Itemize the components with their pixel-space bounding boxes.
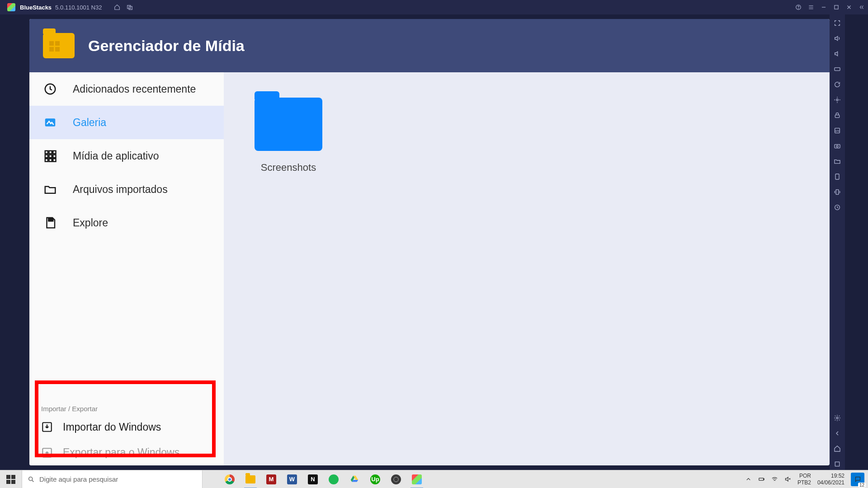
shake-button[interactable] (831, 186, 843, 198)
bluestacks-side-rail: APK (830, 14, 845, 470)
mendeley-icon: M (266, 474, 276, 484)
bluestacks-titlebar: BlueStacks 5.0.110.1001 N32 (0, 0, 868, 14)
sidebar-item-label: Galeria (73, 116, 106, 129)
install-apk-button[interactable]: APK (831, 125, 843, 136)
taskbar-app-drive[interactable] (345, 470, 363, 488)
svg-rect-8 (49, 151, 52, 154)
xbox-icon (391, 474, 401, 484)
taskbar-app-file-explorer[interactable] (241, 470, 259, 488)
action-center-button[interactable]: 12 (851, 473, 864, 486)
bluestacks-name: BlueStacks (20, 4, 52, 11)
export-to-windows-button[interactable]: Exportar para o Windows (29, 440, 224, 465)
battery-icon[interactable] (758, 476, 765, 483)
sidebar-item-gallery[interactable]: Galeria (29, 106, 224, 139)
tray-chevron-icon[interactable] (745, 476, 752, 483)
google-drive-icon (349, 474, 359, 484)
sync-button[interactable] (831, 79, 843, 90)
svg-rect-21 (835, 68, 840, 71)
search-icon (28, 476, 35, 483)
screenshot-button[interactable] (831, 140, 843, 152)
svg-rect-23 (835, 115, 839, 117)
taskbar-app-notion[interactable]: N (304, 470, 322, 488)
taskbar-app-chrome[interactable] (221, 470, 239, 488)
svg-point-27 (836, 145, 838, 147)
svg-point-30 (836, 417, 838, 419)
tray-lang-line2: PTB2 (797, 479, 811, 486)
sd-card-icon (43, 216, 57, 230)
maximize-button[interactable] (830, 0, 843, 14)
svg-rect-14 (49, 159, 52, 161)
macro-button[interactable] (831, 202, 843, 213)
tray-lang-line1: POR (797, 473, 811, 479)
system-tray: POR PTB2 19:52 04/06/2021 12 (745, 470, 868, 488)
image-icon (43, 116, 57, 129)
svg-rect-7 (45, 151, 48, 154)
bluestacks-body: Gerenciador de Mídia Adicionados recente… (0, 14, 868, 470)
export-icon (41, 447, 53, 459)
keymap-button[interactable] (831, 63, 843, 75)
media-manager-app: Gerenciador de Mídia Adicionados recente… (29, 19, 830, 465)
volume-mute-icon[interactable] (784, 476, 791, 483)
import-from-windows-button[interactable]: Importar do Windows (29, 414, 224, 440)
taskbar-app-spotify[interactable] (325, 470, 343, 488)
folder-icon (255, 98, 322, 151)
volume-down-button[interactable] (831, 48, 843, 60)
volume-up-button[interactable] (831, 33, 843, 44)
bluestacks-logo-icon (7, 3, 15, 11)
tray-clock[interactable]: 19:52 04/06/2021 (817, 473, 844, 486)
hamburger-menu-button[interactable] (805, 0, 817, 14)
taskbar-app-upwork[interactable]: Up (366, 470, 384, 488)
minimize-button[interactable] (817, 0, 830, 14)
sidebar-item-explore[interactable]: Explore (29, 206, 224, 239)
svg-rect-31 (835, 462, 839, 466)
taskbar-app-xbox[interactable] (387, 470, 405, 488)
back-button[interactable] (831, 427, 843, 439)
import-icon (41, 421, 53, 433)
fullscreen-button[interactable] (831, 17, 843, 29)
impexp-section-label: Importar / Exportar (29, 400, 224, 414)
start-button[interactable] (0, 470, 22, 488)
notification-count: 12 (858, 483, 866, 488)
taskbar-app-word[interactable]: W (283, 470, 301, 488)
svg-rect-11 (49, 155, 52, 158)
svg-point-22 (836, 99, 838, 101)
sidebar-item-label: Arquivos importados (73, 183, 168, 196)
bluestacks-window: BlueStacks 5.0.110.1001 N32 Gerenciador … (0, 0, 868, 470)
taskbar-app-mendeley[interactable]: M (262, 470, 280, 488)
recents-nav-button[interactable] (831, 458, 843, 470)
bluestacks-version: 5.0.110.1001 N32 (55, 4, 102, 11)
app-folder-icon (43, 33, 75, 58)
folder-screenshots[interactable]: Screenshots (255, 98, 322, 174)
svg-rect-26 (835, 145, 840, 148)
svg-rect-18 (52, 219, 53, 221)
help-button[interactable] (792, 0, 805, 14)
settings-button[interactable] (831, 412, 843, 424)
media-folder-button[interactable] (831, 155, 843, 167)
svg-rect-34 (759, 478, 764, 480)
recents-button[interactable] (123, 0, 136, 14)
sidebar-item-app-media[interactable]: Mídia de aplicativo (29, 139, 224, 173)
sidebar-item-imported[interactable]: Arquivos importados (29, 173, 224, 206)
collapse-rail-button[interactable] (855, 0, 868, 14)
wifi-icon[interactable] (771, 476, 778, 483)
taskbar-app-bluestacks[interactable] (408, 470, 426, 488)
windows-taskbar: Digite aqui para pesquisar M W N Up POR … (0, 470, 868, 488)
svg-point-32 (29, 477, 33, 480)
svg-rect-10 (45, 155, 48, 158)
apps-grid-icon (43, 149, 57, 163)
rotate-button[interactable] (831, 171, 843, 183)
spotify-icon (329, 474, 339, 484)
lock-cursor-button[interactable] (831, 109, 843, 121)
svg-rect-4 (835, 5, 838, 9)
svg-rect-9 (53, 151, 56, 154)
taskbar-search[interactable]: Digite aqui para pesquisar (22, 470, 203, 488)
home-nav-button[interactable] (831, 443, 843, 455)
sidebar-item-recent[interactable]: Adicionados recentemente (29, 72, 224, 106)
home-button[interactable] (111, 0, 123, 14)
clock-icon (43, 82, 57, 96)
location-button[interactable] (831, 94, 843, 106)
folder-outline-icon (43, 183, 57, 196)
app-header: Gerenciador de Mídia (29, 19, 830, 72)
close-button[interactable] (843, 0, 855, 14)
tray-lang[interactable]: POR PTB2 (797, 473, 811, 486)
